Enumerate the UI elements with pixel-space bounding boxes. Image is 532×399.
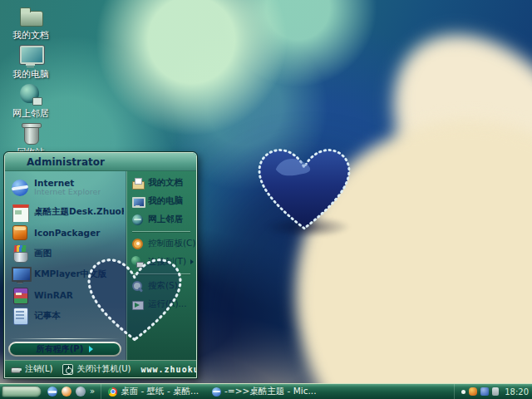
menu-item-sublabel: Internet Explorer — [34, 188, 101, 196]
menu-item-player[interactable]: KMPlayer中文版 — [8, 264, 124, 284]
tray-icon[interactable] — [469, 387, 477, 396]
quick-launch-bar: » — [46, 384, 101, 399]
system-tray: 18:20 — [454, 384, 532, 399]
desktop-icon-network-places[interactable]: 网上邻居 — [5, 81, 57, 121]
desktop-icon-list: 我的文档 我的电脑 网上邻居 回收站 — [5, 3, 57, 160]
menu-item-control-panel[interactable]: 控制面板(C) — [127, 234, 195, 253]
my-documents-icon — [131, 177, 144, 190]
iconpackager-icon — [11, 224, 29, 242]
desktop-icon-label: 我的文档 — [12, 29, 49, 42]
log-off-label: 注销(L) — [25, 363, 52, 375]
start-menu-body: Internet Internet Explorer 桌酷主题Desk.Zhuo… — [5, 171, 196, 360]
menu-item-label: 记事本 — [34, 310, 61, 322]
menu-item-label: 搜索(S) — [148, 280, 178, 292]
menu-item-zhuoku-theme[interactable]: 桌酷主题Desk.ZhuoKu.Com — [8, 201, 124, 222]
heart-droplet-image — [251, 143, 357, 234]
browser-icon[interactable] — [76, 387, 86, 397]
run-icon — [131, 298, 144, 311]
menu-item-label: 控制面板(C) — [148, 238, 195, 249]
menu-item-paint[interactable]: 画图 — [8, 243, 124, 264]
menu-item-run[interactable]: 运行(R)... — [127, 295, 195, 313]
menu-item-connect-to[interactable]: 连接到(T) — [127, 253, 195, 271]
theme-app-icon — [11, 203, 29, 221]
tray-icon[interactable] — [492, 387, 499, 396]
tray-icon[interactable] — [461, 390, 466, 394]
menu-item-label: 画图 — [34, 248, 52, 259]
menu-item-label: 桌酷主题Desk.ZhuoKu.Com — [34, 206, 124, 218]
all-programs-button[interactable]: 所有程序(P) — [8, 342, 121, 357]
menu-divider — [132, 273, 190, 274]
my-documents-icon — [18, 3, 43, 28]
menu-item-label: WinRAR — [34, 290, 73, 300]
desktop-icon-label: 我的电脑 — [12, 68, 49, 81]
start-menu-header: Administrator — [5, 153, 196, 171]
menu-item-label: 网上邻居 — [148, 214, 183, 225]
task-label: -=>>桌酷主题 - Mic... — [224, 386, 316, 397]
control-panel-icon — [131, 238, 144, 250]
taskbar-task-theme-page[interactable]: -=>>桌酷主题 - Mic... — [205, 384, 323, 399]
my-computer-icon — [18, 42, 43, 67]
user-name: Administrator — [27, 156, 105, 168]
power-icon — [62, 364, 73, 375]
taskbar: » 桌面 - 壁纸 - 桌酷... -=>>桌酷主题 - Mic... 18:2… — [0, 383, 532, 399]
desktop-icon-my-computer[interactable]: 我的电脑 — [5, 42, 57, 81]
shut-down-button[interactable]: 关闭计算机(U) — [62, 363, 131, 375]
tray-icon[interactable] — [480, 387, 489, 396]
all-programs-wrap: 所有程序(P) — [8, 338, 124, 357]
menu-item-label: 我的电脑 — [148, 195, 183, 207]
start-menu-pinned-list: Internet Internet Explorer 桌酷主题Desk.Zhuo… — [5, 171, 126, 360]
menu-item-notepad[interactable]: 记事本 — [8, 305, 124, 326]
internet-explorer-icon[interactable] — [47, 387, 57, 397]
menu-item-my-documents[interactable]: 我的文档 — [127, 174, 195, 192]
start-menu-footer: 注销(L) 关闭计算机(U) www.zhuoku.com — [5, 360, 196, 377]
menu-item-label: 我的文档 — [148, 177, 183, 189]
log-off-button[interactable]: 注销(L) — [11, 363, 52, 375]
recycle-bin-icon — [18, 121, 43, 145]
my-computer-icon — [131, 195, 144, 208]
winrar-icon — [11, 286, 29, 304]
log-off-icon — [11, 364, 22, 375]
arrow-right-icon — [89, 346, 93, 352]
media-player-icon[interactable] — [62, 387, 71, 397]
menu-item-label: 连接到(T) — [148, 256, 186, 268]
menu-item-internet[interactable]: Internet Internet Explorer — [8, 174, 124, 201]
menu-item-my-computer[interactable]: 我的电脑 — [127, 192, 195, 210]
network-places-icon — [18, 81, 43, 106]
shut-down-label: 关闭计算机(U) — [76, 363, 131, 375]
start-button[interactable] — [2, 386, 42, 397]
menu-item-network-places[interactable]: 网上邻居 — [127, 210, 195, 229]
internet-explorer-icon — [212, 387, 221, 397]
clock[interactable]: 18:20 — [505, 387, 529, 397]
all-programs-label: 所有程序(P) — [37, 343, 83, 355]
menu-item-search[interactable]: 搜索(S) — [127, 277, 195, 295]
zhuoku-watermark: www.zhuoku.com — [141, 365, 198, 374]
paint-icon — [11, 244, 29, 263]
menu-item-label: IconPackager — [34, 228, 100, 238]
menu-divider — [132, 231, 190, 232]
chrome-icon — [108, 387, 117, 397]
start-menu-places-list: 我的文档 我的电脑 网上邻居 控制面板(C) 连接到(T) — [126, 171, 196, 360]
menu-item-label: KMPlayer中文版 — [34, 268, 106, 280]
menu-item-winrar[interactable]: WinRAR — [8, 284, 124, 305]
menu-item-iconpackager[interactable]: IconPackager — [8, 222, 124, 243]
internet-explorer-icon — [11, 179, 29, 197]
search-icon — [131, 280, 144, 293]
quick-launch-overflow-chevron[interactable]: » — [90, 387, 95, 396]
desktop-screen: 我的文档 我的电脑 网上邻居 回收站 Administrator Interne… — [0, 0, 532, 399]
task-label: 桌面 - 壁纸 - 桌酷... — [121, 386, 199, 397]
notepad-icon — [11, 307, 29, 325]
media-player-icon — [11, 265, 29, 283]
connect-to-icon — [131, 256, 144, 268]
network-places-icon — [131, 214, 144, 226]
taskbar-task-wallpaper-page[interactable]: 桌面 - 壁纸 - 桌酷... — [101, 384, 205, 399]
start-menu: Administrator Internet Internet Explorer… — [4, 152, 197, 378]
desktop-icon-my-documents[interactable]: 我的文档 — [5, 3, 57, 42]
submenu-arrow-icon — [190, 259, 194, 264]
menu-item-label: 运行(R)... — [148, 298, 187, 310]
desktop-icon-label: 网上邻居 — [12, 107, 49, 120]
